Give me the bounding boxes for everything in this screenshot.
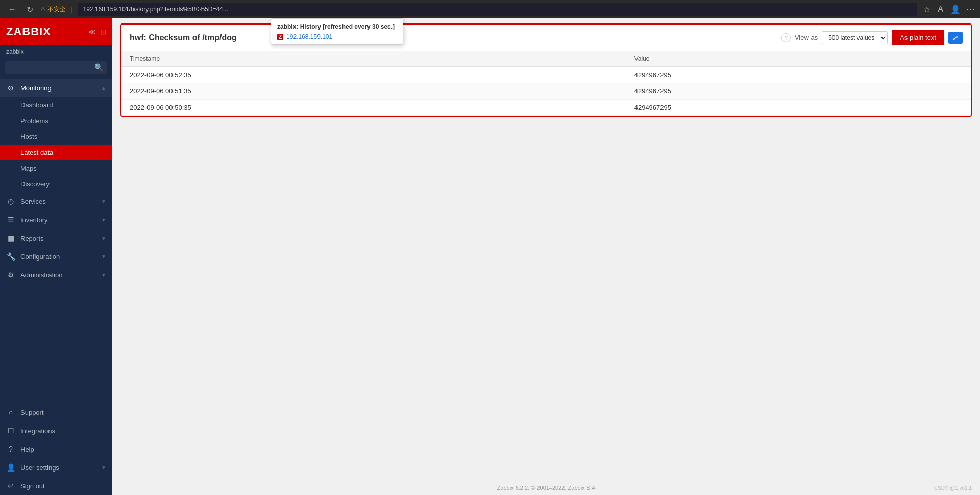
table-row: 2022-09-06 00:52:35 4294967295 <box>121 67 971 83</box>
view-as-label: View as <box>795 34 818 41</box>
tooltip-url[interactable]: 192.168.159.101 <box>286 33 332 40</box>
search-input[interactable] <box>9 64 94 71</box>
sidebar-header-icons: ≪ ⊡ <box>88 28 106 36</box>
sidebar: ZABBIX ≪ ⊡ zabbix 🔍 ⊙ Monitoring ▲ Dashb… <box>0 18 112 495</box>
content-area: hwf: Checksum of /tmp/dog ? View as 500 … <box>112 18 980 481</box>
help-button[interactable]: ? <box>781 33 791 42</box>
sidebar-item-problems[interactable]: Problems <box>0 113 112 129</box>
refresh-button[interactable]: ↻ <box>23 3 36 16</box>
history-table: Timestamp Value 2022-09-06 00:52:35 4294… <box>121 51 971 116</box>
view-as-select[interactable]: 500 latest values 100 latest values Last… <box>822 31 888 44</box>
cell-timestamp: 2022-09-06 00:50:35 <box>121 100 626 116</box>
sidebar-item-monitoring[interactable]: ⊙ Monitoring ▲ <box>0 79 112 97</box>
col-timestamp: Timestamp <box>121 51 626 67</box>
sidebar-item-configuration[interactable]: 🔧 Configuration ▼ <box>0 247 112 266</box>
back-button[interactable]: ← <box>5 3 19 16</box>
integrations-icon: ☐ <box>6 427 15 435</box>
configuration-icon: 🔧 <box>6 252 15 261</box>
services-label: Services <box>20 198 96 205</box>
table-header: Timestamp Value <box>121 51 971 67</box>
support-label: Support <box>20 409 106 416</box>
tooltip-popup: zabbix: History [refreshed every 30 sec.… <box>271 18 403 45</box>
integrations-label: Integrations <box>20 427 106 435</box>
expand-icon[interactable]: ⊡ <box>100 28 106 36</box>
inventory-arrow: ▼ <box>101 217 106 223</box>
history-panel: hwf: Checksum of /tmp/dog ? View as 500 … <box>120 23 972 117</box>
sidebar-header: ZABBIX ≪ ⊡ <box>0 18 112 45</box>
profile-icon[interactable]: 👤 <box>948 4 963 15</box>
help-label: Help <box>20 445 106 453</box>
support-icon: ○ <box>6 408 15 416</box>
table-body: 2022-09-06 00:52:35 4294967295 2022-09-0… <box>121 67 971 116</box>
sidebar-bottom: ○ Support ☐ Integrations ? Help 👤 User s… <box>0 403 112 495</box>
sidebar-search-bar[interactable]: 🔍 <box>5 61 107 74</box>
sidebar-item-dashboard[interactable]: Dashboard <box>0 97 112 113</box>
services-icon: ◷ <box>6 197 15 205</box>
history-controls: ? View as 500 latest values 100 latest v… <box>781 30 963 45</box>
sidebar-username: zabbix <box>0 45 112 58</box>
history-header: hwf: Checksum of /tmp/dog ? View as 500 … <box>121 25 971 51</box>
sign-out-label: Sign out <box>20 482 106 490</box>
inventory-label: Inventory <box>20 216 96 224</box>
collapse-icon[interactable]: ≪ <box>88 28 96 36</box>
search-icon: 🔍 <box>94 63 103 72</box>
monitoring-arrow: ▲ <box>101 85 106 91</box>
sidebar-item-support[interactable]: ○ Support <box>0 403 112 421</box>
zabbix-favicon: Z <box>277 34 283 40</box>
table-row: 2022-09-06 00:51:35 4294967295 <box>121 83 971 100</box>
table-row: 2022-09-06 00:50:35 4294967295 <box>121 100 971 116</box>
sign-out-icon: ↩ <box>6 482 15 490</box>
url-bar[interactable] <box>78 3 917 16</box>
cell-value: 4294967295 <box>626 67 971 83</box>
translate-icon[interactable]: A <box>936 4 945 15</box>
sidebar-item-sign-out[interactable]: ↩ Sign out <box>0 477 112 495</box>
help-icon: ? <box>6 445 15 453</box>
url-separator: | <box>70 6 74 13</box>
reports-icon: ▦ <box>6 234 15 242</box>
main-content: hwf: Checksum of /tmp/dog ? View as 500 … <box>112 18 980 495</box>
cell-timestamp: 2022-09-06 00:51:35 <box>121 83 626 100</box>
sidebar-item-discovery[interactable]: Discovery <box>0 176 112 192</box>
user-settings-label: User settings <box>20 464 96 472</box>
sidebar-item-maps[interactable]: Maps <box>0 160 112 176</box>
sidebar-item-reports[interactable]: ▦ Reports ▼ <box>0 229 112 247</box>
sidebar-item-help[interactable]: ? Help <box>0 440 112 458</box>
tooltip-title: zabbix: History [refreshed every 30 sec.… <box>277 23 397 30</box>
browser-bar: ← ↻ ⚠ 不安全 | ☆ A 👤 ⋯ <box>0 0 980 18</box>
plain-text-button[interactable]: As plain text <box>892 30 944 45</box>
sidebar-item-hosts[interactable]: Hosts <box>0 129 112 145</box>
sidebar-item-inventory[interactable]: ☰ Inventory ▼ <box>0 210 112 229</box>
administration-label: Administration <box>20 271 96 279</box>
footer-version: CSD® @1.vo1.1 <box>934 485 972 491</box>
user-settings-arrow: ▼ <box>101 465 106 470</box>
fullscreen-button[interactable]: ⤢ <box>948 32 963 44</box>
reports-label: Reports <box>20 234 96 242</box>
administration-arrow: ▼ <box>101 272 106 278</box>
cell-value: 4294967295 <box>626 83 971 100</box>
reports-arrow: ▼ <box>101 235 106 241</box>
inventory-icon: ☰ <box>6 216 15 224</box>
browser-menu-icon[interactable]: ⋯ <box>966 4 975 15</box>
sidebar-item-latest-data[interactable]: Latest data <box>0 145 112 160</box>
monitoring-icon: ⊙ <box>6 84 15 92</box>
sidebar-item-administration[interactable]: ⚙ Administration ▼ <box>0 266 112 284</box>
main-nav: ⊙ Monitoring ▲ Dashboard Problems Hosts … <box>0 79 112 284</box>
sidebar-item-user-settings[interactable]: 👤 User settings ▼ <box>0 458 112 477</box>
sidebar-item-services[interactable]: ◷ Services ▼ <box>0 192 112 210</box>
cell-timestamp: 2022-09-06 00:52:35 <box>121 67 626 83</box>
zabbix-logo[interactable]: ZABBIX <box>6 25 51 38</box>
browser-actions: ☆ A 👤 ⋯ <box>921 4 975 15</box>
footer: Zabbix 6.2.2. © 2001–2022, Zabbix SIA CS… <box>112 481 980 495</box>
app-wrapper: ZABBIX ≪ ⊡ zabbix 🔍 ⊙ Monitoring ▲ Dashb… <box>0 18 980 495</box>
star-icon[interactable]: ☆ <box>921 4 933 15</box>
configuration-arrow: ▼ <box>101 254 106 260</box>
user-settings-icon: 👤 <box>6 463 15 472</box>
services-arrow: ▼ <box>101 199 106 204</box>
col-value: Value <box>626 51 971 67</box>
tooltip-link[interactable]: Z 192.168.159.101 <box>277 33 397 40</box>
administration-icon: ⚙ <box>6 271 15 279</box>
security-warning: ⚠ 不安全 <box>40 5 66 14</box>
history-title: hwf: Checksum of /tmp/dog <box>130 33 237 42</box>
monitoring-label: Monitoring <box>20 84 96 92</box>
sidebar-item-integrations[interactable]: ☐ Integrations <box>0 421 112 440</box>
